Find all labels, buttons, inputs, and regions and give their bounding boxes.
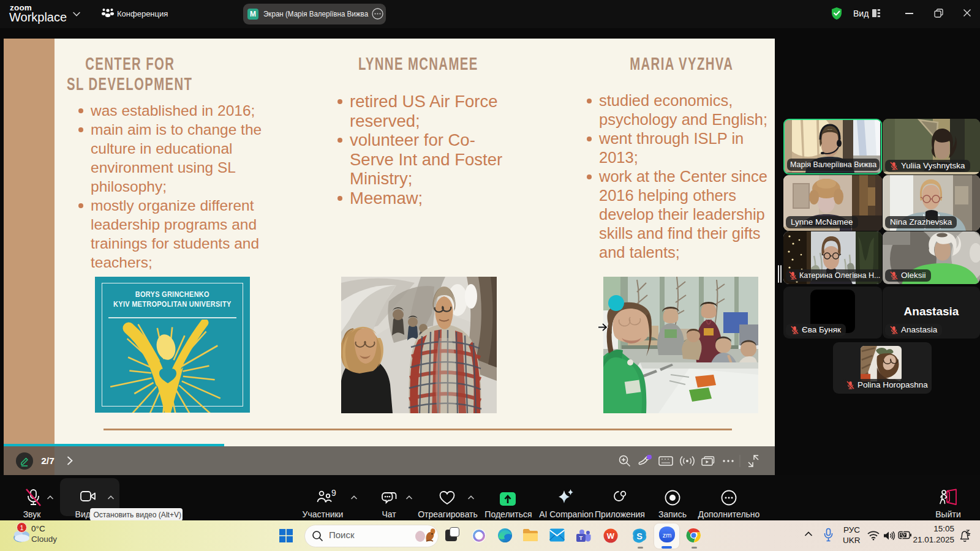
svg-text:zm: zm: [663, 531, 672, 539]
svg-text:T: T: [579, 534, 583, 541]
svg-text:S: S: [636, 531, 643, 541]
svg-text:W: W: [607, 531, 615, 541]
